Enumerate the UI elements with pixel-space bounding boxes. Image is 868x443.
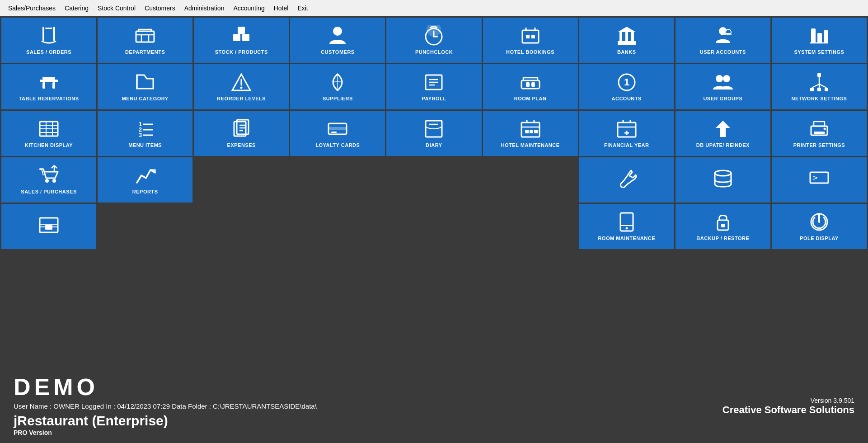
svg-rect-11: [531, 35, 535, 38]
tile-tablet-table-label: ROOM MAINTENANCE: [598, 236, 655, 241]
svg-point-90: [823, 128, 826, 130]
tile-printer-settings-label: PRINTER SETTINGS: [793, 142, 845, 148]
tile-reorder-levels[interactable]: REORDER LEVELS: [194, 64, 289, 109]
tile-accounts[interactable]: 1 ACCOUNTS: [579, 64, 674, 109]
tile-sales-orders-label: SALES / ORDERS: [26, 49, 71, 55]
tile-punchclock[interactable]: PUNCHCLOCK: [386, 18, 481, 63]
tile-kitchen-display-label: KITCHEN DISPLAY: [25, 142, 73, 148]
svg-rect-78: [530, 130, 533, 133]
tile-suppliers[interactable]: SUPPLIERS: [290, 64, 385, 109]
tile-loyalty-cards[interactable]: LOYALTY CARDS: [290, 111, 385, 156]
tile-room-plan-label: ROOM PLAN: [514, 96, 547, 102]
svg-rect-9: [522, 30, 539, 43]
svg-point-42: [723, 75, 730, 82]
tile-room-plan[interactable]: ROOM PLAN: [483, 64, 578, 109]
tile-user-groups-label: USER GROUPS: [703, 96, 742, 102]
tile-menu-category[interactable]: MENU CATEGORY: [98, 64, 192, 109]
tile-kitchen-display[interactable]: KITCHEN DISPLAY: [1, 111, 96, 156]
tile-printer-settings[interactable]: PRINTER SETTINGS: [772, 111, 867, 156]
svg-point-91: [45, 179, 49, 183]
tile-hotel-bookings[interactable]: HOTEL BOOKINGS: [483, 18, 578, 63]
svg-rect-5: [242, 34, 249, 41]
tiles-grid: SALES / ORDERS DEPARTMENTS STOCK / PRODU…: [0, 16, 868, 250]
svg-rect-1: [53, 27, 55, 41]
tile-hotel-maintenance[interactable]: HOTEL MAINTENANCE: [483, 111, 578, 156]
svg-rect-0: [42, 27, 44, 41]
tile-empty-4: [483, 157, 578, 203]
tile-table-reservations[interactable]: TABLE RESERVATIONS: [1, 64, 96, 109]
svg-rect-15: [631, 32, 634, 41]
tile-empty-7: [290, 204, 385, 249]
tile-user-groups[interactable]: USER GROUPS: [676, 64, 770, 109]
tile-accounts-label: ACCOUNTS: [612, 96, 642, 102]
tile-empty-9: [483, 204, 578, 249]
menu-accounting[interactable]: Accounting: [229, 3, 269, 14]
tile-system-settings[interactable]: SYSTEM SETTINGS: [772, 18, 867, 63]
tile-suppliers-label: SUPPLIERS: [323, 96, 353, 102]
tile-financial-year[interactable]: FINANCIAL YEAR: [579, 111, 674, 156]
tile-pole-display[interactable]: >_: [772, 157, 867, 203]
menu-catering[interactable]: Catering: [60, 3, 93, 14]
svg-rect-6: [238, 27, 245, 34]
tile-backup-restore[interactable]: [676, 157, 770, 203]
tile-banks[interactable]: BANKS: [579, 18, 674, 63]
svg-rect-22: [817, 33, 822, 43]
tile-empty-5: [98, 204, 192, 249]
svg-text:1: 1: [624, 76, 629, 88]
tile-user-accounts[interactable]: USER ACCOUNTS: [676, 18, 770, 63]
tile-departments[interactable]: DEPARTMENTS: [98, 18, 192, 63]
tile-diary[interactable]: DIARY: [386, 111, 481, 156]
tile-cash-drawer[interactable]: [1, 204, 96, 249]
tile-menu-items[interactable]: 123 MENU ITEMS: [98, 111, 192, 156]
tile-expenses[interactable]: EXPENSES: [194, 111, 289, 156]
demo-label: DEMO: [14, 375, 854, 399]
svg-rect-21: [811, 28, 816, 43]
tile-empty-1: [194, 157, 289, 203]
menu-hotel[interactable]: Hotel: [269, 3, 293, 14]
tile-sales-purchases2[interactable]: SALES / PURCHASES: [1, 157, 96, 203]
tile-reports-label: REPORTS: [132, 189, 158, 195]
version-info: Version 3.9.501 Creative Software Soluti…: [723, 397, 854, 416]
tile-payroll[interactable]: PAYROLL: [386, 64, 481, 109]
svg-rect-70: [331, 132, 337, 133]
svg-line-50: [819, 84, 826, 88]
svg-line-48: [812, 84, 819, 88]
tile-sales-purchases2-label: SALES / PURCHASES: [21, 189, 76, 195]
tile-reorder-levels-label: REORDER LEVELS: [217, 96, 266, 102]
svg-rect-45: [817, 88, 821, 91]
tile-system-settings-label: SYSTEM SETTINGS: [794, 49, 845, 55]
svg-point-7: [333, 27, 342, 36]
bottom-bar: DEMO User Name : OWNER Logged In : 04/12…: [0, 366, 868, 443]
tile-logout-label: BACKUP / RESTORE: [696, 236, 749, 241]
tile-exit-system-label: POLE DISPLAY: [800, 236, 839, 241]
tile-network-settings[interactable]: NETWORK SETTINGS: [772, 64, 867, 109]
tile-reports[interactable]: REPORTS: [98, 157, 192, 203]
svg-rect-13: [619, 32, 622, 41]
svg-text:3: 3: [139, 132, 142, 138]
pro-version: PRO Version: [14, 429, 854, 436]
tile-menu-items-label: MENU ITEMS: [128, 142, 162, 148]
tile-customers-label: CUSTOMERS: [321, 49, 355, 55]
tile-empty-8: [386, 204, 481, 249]
menu-customers[interactable]: Customers: [140, 3, 180, 14]
tile-sales-orders[interactable]: SALES / ORDERS: [1, 18, 96, 63]
svg-rect-44: [810, 88, 814, 91]
tile-exit-system[interactable]: POLE DISPLAY: [772, 204, 867, 249]
svg-rect-43: [817, 73, 821, 77]
tile-tablet-table[interactable]: ROOM MAINTENANCE: [579, 204, 674, 249]
tile-db-update[interactable]: DB UPATE/ REINDEX: [676, 111, 770, 156]
tile-logout[interactable]: BACKUP / RESTORE: [676, 204, 770, 249]
tile-customers[interactable]: CUSTOMERS: [290, 18, 385, 63]
menu-administration[interactable]: Administration: [180, 3, 229, 14]
tile-hotel-maintenance-label: HOTEL MAINTENANCE: [501, 142, 560, 148]
tile-stock-products[interactable]: STOCK / PRODUCTS: [194, 18, 289, 63]
menu-exit[interactable]: Exit: [293, 3, 312, 14]
svg-rect-38: [531, 82, 535, 87]
svg-rect-10: [526, 35, 530, 38]
menu-stock[interactable]: Stock Control: [93, 3, 140, 14]
menu-sales[interactable]: Sales/Purchases: [4, 3, 60, 14]
tile-room-maintenance[interactable]: [579, 157, 674, 203]
company-name: Creative Software Solutions: [723, 404, 854, 416]
svg-rect-16: [618, 41, 636, 43]
tile-punchclock-label: PUNCHCLOCK: [415, 49, 453, 55]
